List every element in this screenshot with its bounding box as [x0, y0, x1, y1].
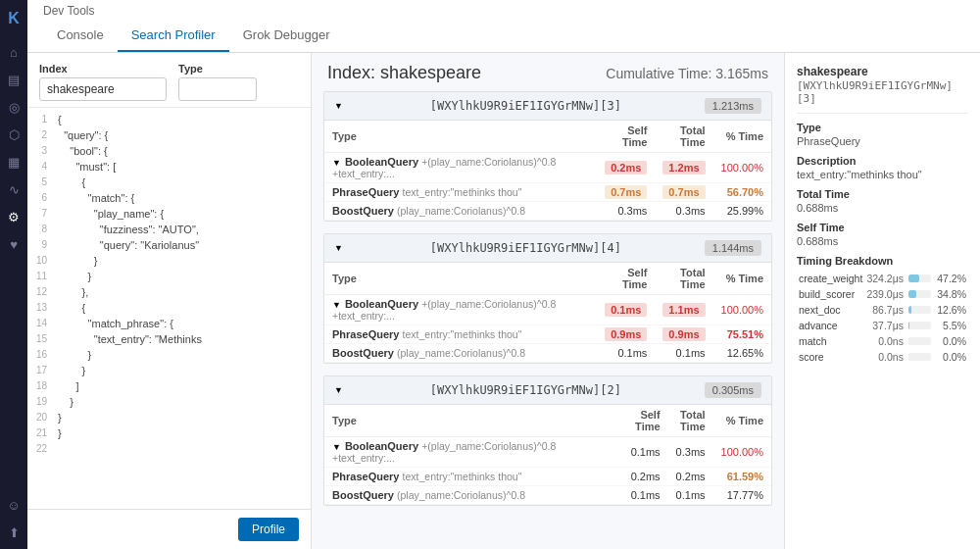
- query-type: BooleanQuery: [345, 440, 418, 452]
- table-row[interactable]: BoostQuery (play_name:Coriolanus)^0.8 0.…: [324, 202, 771, 221]
- table-row[interactable]: PhraseQuery text_entry:"methinks thou" 0…: [324, 183, 771, 202]
- table-row[interactable]: PhraseQuery text_entry:"methinks thou" 0…: [324, 468, 771, 486]
- rp-self-time-value: 0.688ms: [797, 235, 968, 247]
- shard-table-4: Type SelfTime TotalTime % Time ▼BooleanQ…: [324, 263, 771, 363]
- timing-value: 324.2μs: [864, 271, 906, 286]
- query-desc: text_entry:"methinks thou": [403, 186, 522, 198]
- total-time: 0.9ms: [662, 327, 705, 341]
- timing-bar-fill: [908, 290, 916, 298]
- pct: 100.00%: [713, 437, 771, 468]
- col-type-4: Type: [324, 263, 597, 295]
- sidebar-icon-monitoring[interactable]: ♥: [3, 233, 24, 255]
- rp-type-value: PhraseQuery: [797, 135, 968, 147]
- profile-button[interactable]: Profile: [238, 518, 299, 541]
- sidebar: K ⌂ ▤ ◎ ⬡ ▦ ∿ ⚙ ♥ ☺ ⬆: [0, 0, 27, 549]
- timing-name: create_weight: [797, 271, 864, 286]
- sidebar-icon-home[interactable]: ⌂: [3, 41, 24, 63]
- tabs: Console Search Profiler Grok Debugger: [43, 20, 964, 52]
- table-row[interactable]: BoostQuery (play_name:Coriolanus)^0.8 0.…: [324, 486, 771, 505]
- timing-name: advance: [797, 318, 864, 333]
- total-time: 1.1ms: [662, 303, 705, 317]
- index-label: Index: [39, 63, 167, 75]
- chevron-icon-3: ▼: [334, 101, 343, 111]
- timing-bar-cell: [906, 286, 934, 302]
- query-desc: (play_name:Coriolanus)^0.8: [397, 205, 525, 217]
- sidebar-icon-dashboard[interactable]: ▦: [3, 151, 24, 173]
- self-time: 0.9ms: [605, 327, 647, 341]
- rp-shard: [WXYlhkU9R9iEF1IGYGrMNw][3]: [797, 79, 968, 105]
- app-title: Dev Tools: [43, 0, 964, 20]
- tab-console[interactable]: Console: [43, 20, 118, 52]
- col-selftime-3: SelfTime: [597, 121, 655, 153]
- main-content: Dev Tools Console Search Profiler Grok D…: [27, 0, 980, 549]
- shard-header-4[interactable]: ▼ [WXYlhkU9R9iEF1IGYGrMNw][4] 1.144ms: [324, 234, 771, 263]
- tab-grok-debugger[interactable]: Grok Debugger: [229, 20, 344, 52]
- query-editor[interactable]: 1 { 2 "query": { 3 "bool": { 4 "must": […: [27, 107, 311, 509]
- center-header: Index: shakespeare Cumulative Time: 3.16…: [312, 53, 784, 91]
- query-type: PhraseQuery: [332, 186, 399, 198]
- col-totaltime-2: TotalTime: [668, 405, 713, 437]
- query-type: BoostQuery: [332, 347, 394, 359]
- shard-block-2: ▼ [WXYlhkU9R9iEF1IGYGrMNw][2] 0.305ms Ty…: [323, 375, 772, 506]
- timing-bar-bg: [908, 290, 931, 298]
- timing-pct: 12.6%: [934, 302, 968, 318]
- timing-table: create_weight 324.2μs 47.2% build_scorer…: [797, 271, 968, 365]
- self-time: 0.1ms: [597, 344, 655, 363]
- left-panel: Index Type 1 { 2 "query": { 3 "bool": { …: [27, 53, 312, 549]
- sidebar-icon-user[interactable]: ☺: [3, 494, 24, 516]
- type-input[interactable]: [178, 77, 257, 101]
- col-totaltime-3: TotalTime: [655, 121, 712, 153]
- query-type: BoostQuery: [332, 205, 394, 217]
- sidebar-icon-settings[interactable]: ⬆: [3, 522, 24, 543]
- rp-timing-label: Timing Breakdown: [797, 255, 968, 267]
- query-config-header: Index Type: [27, 53, 311, 107]
- table-row[interactable]: ▼BooleanQuery +(play_name:Coriolanus)^0.…: [324, 295, 771, 325]
- shard-id-2: [WXYlhkU9R9iEF1IGYGrMNw][2]: [430, 383, 621, 397]
- shard-header-2[interactable]: ▼ [WXYlhkU9R9iEF1IGYGrMNw][2] 0.305ms: [324, 376, 771, 405]
- pct: 17.77%: [713, 486, 771, 505]
- shard-block-4: ▼ [WXYlhkU9R9iEF1IGYGrMNw][4] 1.144ms Ty…: [323, 233, 772, 364]
- timing-pct: 47.2%: [934, 271, 968, 286]
- query-desc: (play_name:Coriolanus)^0.8: [397, 347, 525, 359]
- sidebar-icon-discover[interactable]: ◎: [3, 96, 24, 118]
- sidebar-icon-logo[interactable]: K: [3, 8, 24, 29]
- shard-table-3: Type SelfTime TotalTime % Time ▼BooleanQ…: [324, 121, 771, 221]
- rp-divider-1: [797, 113, 968, 114]
- timing-value: 0.0ns: [864, 349, 906, 365]
- col-type-2: Type: [324, 405, 623, 437]
- timing-name: score: [797, 349, 864, 365]
- timing-bar-fill: [908, 322, 909, 329]
- col-type-3: Type: [324, 121, 597, 153]
- sidebar-icon-devtools[interactable]: ⚙: [3, 206, 24, 227]
- pct: 61.59%: [713, 468, 771, 486]
- rp-total-time-value: 0.688ms: [797, 202, 968, 214]
- timing-bar-cell: [906, 302, 934, 318]
- timing-name: match: [797, 333, 864, 349]
- timing-bar-fill: [908, 274, 919, 282]
- table-row[interactable]: BoostQuery (play_name:Coriolanus)^0.8 0.…: [324, 344, 771, 363]
- tab-search-profiler[interactable]: Search Profiler: [118, 20, 229, 52]
- sidebar-icon-chart[interactable]: ▤: [3, 69, 24, 90]
- pct: 56.70%: [713, 183, 771, 202]
- query-type: BoostQuery: [332, 489, 394, 501]
- body-area: Index Type 1 { 2 "query": { 3 "bool": { …: [27, 53, 980, 549]
- sidebar-icon-timelion[interactable]: ∿: [3, 178, 24, 200]
- pct: 75.51%: [713, 325, 771, 344]
- total-time: 0.7ms: [662, 185, 705, 199]
- pct: 12.65%: [713, 344, 771, 363]
- cumulative-time: Cumulative Time: 3.165ms: [606, 66, 768, 81]
- shard-block-3: ▼ [WXYlhkU9R9iEF1IGYGrMNw][3] 1.213ms Ty…: [323, 91, 772, 222]
- timing-bar-cell: [906, 318, 934, 333]
- self-time: 0.1ms: [605, 303, 647, 317]
- table-row[interactable]: PhraseQuery text_entry:"methinks thou" 0…: [324, 325, 771, 344]
- table-row[interactable]: ▼BooleanQuery +(play_name:Coriolanus)^0.…: [324, 153, 771, 183]
- timing-pct: 5.5%: [934, 318, 968, 333]
- topbar: Dev Tools Console Search Profiler Grok D…: [27, 0, 980, 53]
- query-desc: text_entry:"methinks thou": [403, 471, 522, 482]
- chevron-icon-2: ▼: [334, 385, 343, 395]
- total-time: 0.1ms: [668, 486, 713, 505]
- sidebar-icon-visualize[interactable]: ⬡: [3, 124, 24, 145]
- index-input[interactable]: [39, 77, 167, 101]
- table-row[interactable]: ▼BooleanQuery +(play_name:Coriolanus)^0.…: [324, 437, 771, 468]
- shard-header-3[interactable]: ▼ [WXYlhkU9R9iEF1IGYGrMNw][3] 1.213ms: [324, 92, 771, 121]
